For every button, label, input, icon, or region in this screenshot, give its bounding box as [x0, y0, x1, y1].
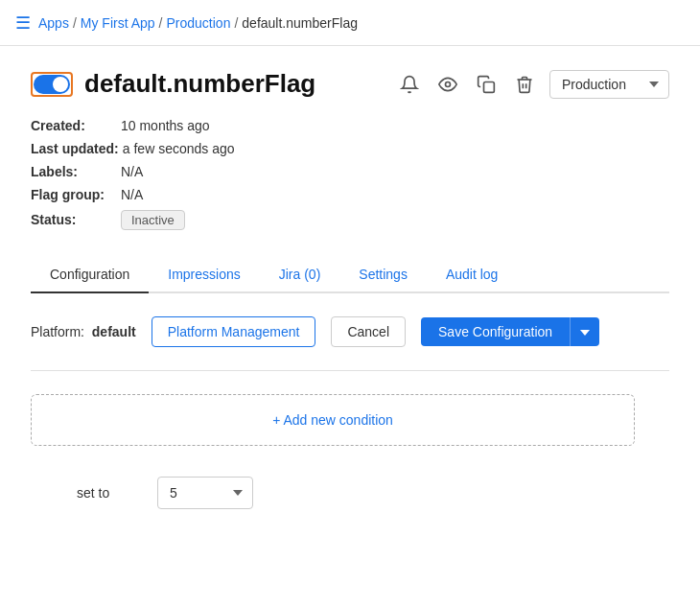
- flag-title: default.numberFlag: [84, 69, 385, 99]
- copy-icon: [477, 75, 496, 94]
- breadcrumb-my-first-app[interactable]: My First App: [81, 15, 155, 31]
- status-badge: Inactive: [121, 210, 185, 230]
- preview-button[interactable]: [434, 71, 461, 98]
- tab-settings[interactable]: Settings: [339, 257, 427, 293]
- flag-group-label: Flag group:: [31, 187, 117, 202]
- notification-button[interactable]: [396, 71, 423, 98]
- cancel-button[interactable]: Cancel: [331, 316, 406, 347]
- flag-toggle[interactable]: [34, 75, 70, 94]
- chevron-down-icon: [580, 330, 590, 336]
- last-updated-row: Last updated: a few seconds ago: [31, 141, 669, 156]
- toggle-wrapper: [31, 72, 73, 97]
- svg-rect-1: [484, 82, 495, 92]
- save-configuration-dropdown-button[interactable]: [570, 317, 599, 346]
- labels-value: N/A: [121, 164, 143, 179]
- last-updated-value: a few seconds ago: [123, 141, 235, 156]
- created-value: 10 months ago: [121, 118, 210, 133]
- tab-audit-log[interactable]: Audit log: [427, 257, 517, 293]
- section-divider: [31, 370, 669, 371]
- save-btn-group: Save Configuration: [421, 317, 599, 346]
- created-row: Created: 10 months ago: [31, 118, 669, 133]
- main-content: default.numberFlag: [0, 46, 700, 555]
- breadcrumb-sep-1: /: [73, 15, 77, 31]
- tabs-bar: Configuration Impressions Jira (0) Setti…: [31, 257, 669, 293]
- top-nav: ☰ Apps / My First App / Production / def…: [0, 0, 700, 46]
- tab-jira[interactable]: Jira (0): [260, 257, 340, 293]
- bell-icon: [400, 75, 419, 94]
- flag-header-row: default.numberFlag: [31, 69, 669, 99]
- trash-icon: [515, 75, 534, 94]
- labels-label: Labels:: [31, 164, 117, 179]
- flag-group-row: Flag group: N/A: [31, 187, 669, 202]
- header-actions: Production Staging Development: [396, 70, 669, 99]
- tab-configuration[interactable]: Configuration: [31, 257, 149, 293]
- status-label: Status:: [31, 212, 117, 227]
- breadcrumb: Apps / My First App / Production / defau…: [38, 15, 358, 31]
- svg-point-0: [446, 82, 451, 86]
- flag-group-value: N/A: [121, 187, 143, 202]
- set-to-row: set to 5 10 15 20: [31, 477, 635, 509]
- save-configuration-button[interactable]: Save Configuration: [421, 317, 570, 346]
- status-row: Status: Inactive: [31, 210, 669, 230]
- platform-management-button[interactable]: Platform Management: [152, 316, 316, 347]
- created-label: Created:: [31, 118, 117, 133]
- breadcrumb-sep-3: /: [234, 15, 238, 31]
- labels-row: Labels: N/A: [31, 164, 669, 179]
- delete-button[interactable]: [511, 71, 538, 98]
- set-to-label: set to: [77, 485, 134, 501]
- breadcrumb-sep-2: /: [159, 15, 163, 31]
- breadcrumb-production[interactable]: Production: [167, 15, 231, 31]
- tab-impressions[interactable]: Impressions: [149, 257, 259, 293]
- platform-row: Platform: default Platform Management Ca…: [31, 316, 669, 347]
- copy-button[interactable]: [473, 71, 500, 98]
- eye-icon: [438, 75, 457, 94]
- last-updated-label: Last updated:: [31, 141, 119, 156]
- configuration-section: Platform: default Platform Management Ca…: [31, 293, 669, 532]
- platform-prefix: Platform: default: [31, 324, 136, 339]
- breadcrumb-current: default.numberFlag: [242, 15, 358, 31]
- set-to-select[interactable]: 5 10 15 20: [157, 477, 253, 509]
- platform-name: default: [92, 324, 136, 339]
- breadcrumb-apps[interactable]: Apps: [38, 15, 69, 31]
- environment-select[interactable]: Production Staging Development: [549, 70, 669, 99]
- add-condition-button[interactable]: + Add new condition: [31, 394, 635, 446]
- hamburger-icon[interactable]: ☰: [15, 12, 31, 34]
